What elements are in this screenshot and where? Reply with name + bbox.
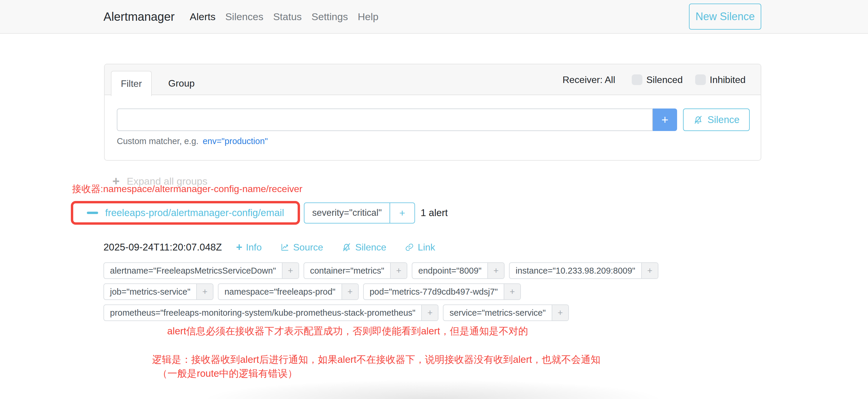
plus-icon: + xyxy=(647,266,652,276)
nav-item-status[interactable]: Status xyxy=(273,11,302,23)
source-link-label: Source xyxy=(293,242,323,253)
label-text: job="metrics-service" xyxy=(104,284,196,299)
info-link[interactable]: + Info xyxy=(236,242,261,253)
alert-actions: + Info Source Silence xyxy=(236,242,435,253)
alert-header: 2025-09-24T11:20:07.048Z + Info Source xyxy=(103,240,435,254)
silence-link[interactable]: Silence xyxy=(342,242,386,253)
alert-group-row: freeleaps-prod/alertmanager-config/email… xyxy=(71,201,447,225)
label-add-button[interactable]: + xyxy=(487,263,504,278)
plus-icon: + xyxy=(509,287,515,297)
filter-card: Filter Group Receiver: All Silenced Inhi… xyxy=(104,64,761,161)
label-text: instance="10.233.98.209:8009" xyxy=(509,263,641,278)
matcher-input[interactable] xyxy=(117,109,653,131)
label-add-button[interactable]: + xyxy=(342,284,358,299)
silence-link-label: Silence xyxy=(355,242,386,253)
label-text: alertname="FreeleapsMetricsServiceDown" xyxy=(104,263,282,278)
nav-item-help[interactable]: Help xyxy=(358,11,378,23)
tab-group[interactable]: Group xyxy=(162,71,201,96)
bell-slash-icon xyxy=(693,115,703,125)
group-matcher-tag: severity="critical" + xyxy=(304,203,415,223)
header-controls: Receiver: All Silenced Inhibited xyxy=(562,64,746,95)
plus-icon: + xyxy=(558,308,563,318)
plus-icon: + xyxy=(202,287,208,297)
label-pill: container="metrics" + xyxy=(304,262,407,279)
label-text: namespace="freeleaps-prod" xyxy=(218,284,341,299)
label-text: prometheus="freeleaps-monitoring-system/… xyxy=(104,305,421,320)
alert-labels: alertname="FreeleapsMetricsServiceDown" … xyxy=(103,262,658,326)
link-link[interactable]: Link xyxy=(405,242,435,253)
silence-button-label: Silence xyxy=(707,114,739,125)
chart-icon xyxy=(280,243,290,252)
alert-timestamp: 2025-09-24T11:20:07.048Z xyxy=(103,242,222,253)
hint-text: Custom matcher, e.g. xyxy=(117,136,198,146)
matcher-hint: Custom matcher, e.g. env="production" xyxy=(117,136,268,146)
annotation-receiver-note: 接收器:namespace/altermanager-config-name/r… xyxy=(72,183,302,196)
receiver-dropdown[interactable]: Receiver: All xyxy=(562,74,615,85)
bottom-shadow xyxy=(208,380,658,399)
new-silence-button[interactable]: New Silence xyxy=(689,4,761,30)
plus-icon: + xyxy=(661,114,668,126)
nav-item-alerts[interactable]: Alerts xyxy=(190,11,216,23)
label-pill: pod="metrics-77d9cdb497-wdsj7" + xyxy=(363,283,521,300)
nav-item-silences[interactable]: Silences xyxy=(225,11,264,23)
label-pill: instance="10.233.98.209:8009" + xyxy=(509,262,658,279)
tab-filter[interactable]: Filter xyxy=(111,71,152,96)
label-add-button[interactable]: + xyxy=(196,284,213,299)
label-add-button[interactable]: + xyxy=(641,263,658,278)
minus-icon xyxy=(87,212,98,214)
label-pill: prometheus="freeleaps-monitoring-system/… xyxy=(103,304,438,321)
label-add-button[interactable]: + xyxy=(282,263,299,278)
label-add-button[interactable]: + xyxy=(552,305,568,320)
brand-link[interactable]: Alertmanager xyxy=(103,0,175,33)
label-pill: alertname="FreeleapsMetricsServiceDown" … xyxy=(103,262,299,279)
label-text: container="metrics" xyxy=(304,263,390,278)
link-icon xyxy=(405,243,414,252)
annotation-config-note: alert信息必须在接收器下才表示配置成功，否则即使能看到alert，但是通知是… xyxy=(167,325,528,338)
label-pill: service="metrics-service" + xyxy=(443,304,568,321)
silenced-label[interactable]: Silenced xyxy=(646,74,683,85)
filter-card-header: Filter Group Receiver: All Silenced Inhi… xyxy=(105,64,761,95)
plus-icon: + xyxy=(428,308,433,318)
label-text: service="metrics-service" xyxy=(443,305,551,320)
inhibited-label[interactable]: Inhibited xyxy=(710,74,746,85)
label-row: alertname="FreeleapsMetricsServiceDown" … xyxy=(103,262,658,279)
silenced-checkbox[interactable] xyxy=(632,74,642,85)
plus-icon: + xyxy=(494,266,499,276)
plus-icon: + xyxy=(347,287,353,297)
label-add-button[interactable]: + xyxy=(390,263,407,278)
label-text: endpoint="8009" xyxy=(412,263,487,278)
group-receiver-label: freeleaps-prod/alertmanager-config/email xyxy=(105,207,284,218)
alert-count: 1 alert xyxy=(421,207,448,218)
link-link-label: Link xyxy=(418,242,435,253)
bell-slash-icon xyxy=(342,242,351,252)
inhibited-checkbox[interactable] xyxy=(695,74,706,85)
silence-button[interactable]: Silence xyxy=(683,109,750,131)
group-receiver-button[interactable]: freeleaps-prod/alertmanager-config/email xyxy=(87,207,284,218)
source-link[interactable]: Source xyxy=(280,242,323,253)
navbar: Alertmanager Alerts Silences Status Sett… xyxy=(0,0,868,34)
label-row: prometheus="freeleaps-monitoring-system/… xyxy=(103,304,658,321)
label-add-button[interactable]: + xyxy=(504,284,520,299)
annotation-route-note: （一般是route中的逻辑有错误） xyxy=(158,367,297,380)
label-pill: job="metrics-service" + xyxy=(103,283,213,300)
plus-icon: + xyxy=(399,207,405,219)
add-matcher-button[interactable]: + xyxy=(653,109,677,131)
group-matcher-label[interactable]: severity="critical" xyxy=(305,203,390,223)
label-pill: endpoint="8009" + xyxy=(412,262,504,279)
info-link-label: Info xyxy=(246,242,261,253)
hint-example-link[interactable]: env="production" xyxy=(203,136,268,146)
label-text: pod="metrics-77d9cdb497-wdsj7" xyxy=(364,284,504,299)
label-add-button[interactable]: + xyxy=(421,305,438,320)
nav-item-settings[interactable]: Settings xyxy=(312,11,348,23)
alertmanager-page: Alertmanager Alerts Silences Status Sett… xyxy=(0,0,868,399)
group-matcher-add-button[interactable]: + xyxy=(390,203,414,223)
plus-icon: + xyxy=(396,266,401,276)
plus-icon: + xyxy=(288,266,293,276)
plus-icon: + xyxy=(236,242,242,252)
main-nav: Alerts Silences Status Settings Help xyxy=(190,0,378,33)
label-row: job="metrics-service" + namespace="freel… xyxy=(103,283,658,300)
annotation-highlight-box: freeleaps-prod/alertmanager-config/email xyxy=(71,201,300,225)
label-pill: namespace="freeleaps-prod" + xyxy=(218,283,359,300)
annotation-logic-note: 逻辑是：接收器收到alert后进行通知，如果alert不在接收器下，说明接收器没… xyxy=(152,353,600,366)
